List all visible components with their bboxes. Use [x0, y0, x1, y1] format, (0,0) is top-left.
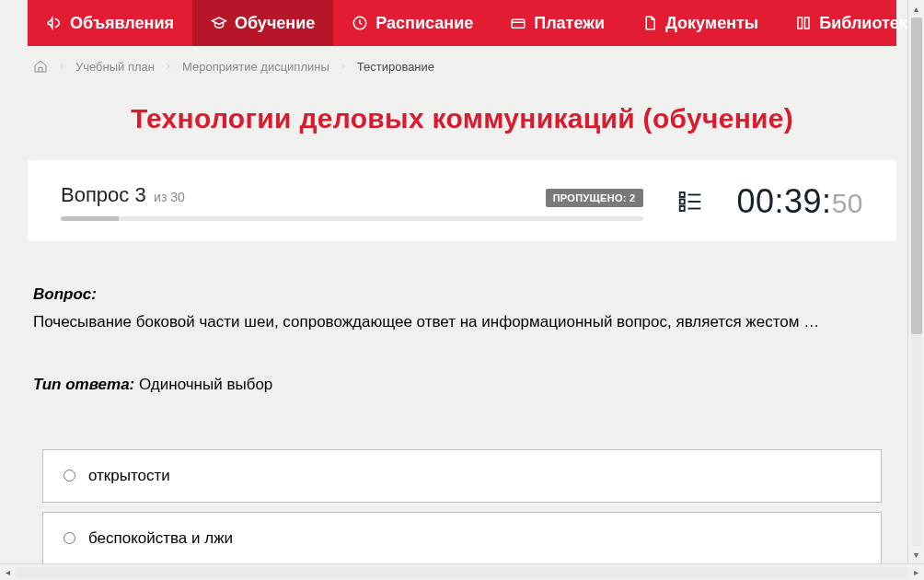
scroll-right-arrow-icon[interactable]: ▸: [910, 567, 922, 577]
nav-item-library[interactable]: Библиотека: [777, 0, 924, 46]
timer-main: 00:39:: [737, 182, 832, 220]
nav-label: Платежи: [534, 14, 605, 33]
option-radio[interactable]: [64, 470, 75, 481]
nav-item-payments[interactable]: Платежи: [491, 0, 623, 46]
nav-label: Объявления: [70, 14, 174, 33]
question-heading: Вопрос:: [33, 285, 891, 304]
clock-icon: [352, 15, 368, 31]
document-icon: [641, 15, 658, 31]
skipped-badge: ПРОПУЩЕНО: 2: [546, 189, 643, 207]
answer-type-label: Тип ответа:: [33, 376, 134, 393]
option-radio[interactable]: [64, 532, 75, 544]
svg-rect-3: [679, 200, 684, 204]
chevron-right-icon: [339, 62, 348, 71]
svg-rect-4: [679, 206, 684, 211]
library-icon: [795, 15, 812, 31]
progress-fill: [61, 216, 119, 221]
answer-type: Тип ответа: Одиночный выбор: [33, 376, 891, 394]
nav-item-schedule[interactable]: Расписание: [333, 0, 491, 46]
scroll-thumb[interactable]: [911, 17, 922, 334]
page-title: Технологии деловых коммуникаций (обучени…: [28, 103, 896, 134]
horizontal-scrollbar[interactable]: ◂ ▸: [0, 563, 924, 580]
status-card: Вопрос 3 из 30 ПРОПУЩЕНО: 2 00:39:50: [28, 160, 896, 241]
top-nav: Объявления Обучение Расписание Платежи: [28, 0, 896, 46]
option-label: беспокойства и лжи: [88, 529, 233, 548]
nav-item-education[interactable]: Обучение: [192, 0, 333, 46]
education-icon: [211, 15, 227, 31]
timer-seconds: 50: [832, 188, 863, 218]
progress-block: Вопрос 3 из 30 ПРОПУЩЕНО: 2: [61, 183, 643, 221]
option-label: открытости: [88, 467, 170, 485]
megaphone-icon: [46, 15, 63, 31]
chevron-right-icon: [57, 62, 66, 71]
question-block: Вопрос: Почесывание боковой части шеи, с…: [33, 285, 891, 563]
scroll-track[interactable]: [911, 17, 922, 546]
nav-item-documents[interactable]: Документы: [623, 0, 777, 46]
breadcrumb-link[interactable]: Мероприятие дисциплины: [182, 60, 329, 74]
vertical-scrollbar[interactable]: ▴ ▾: [907, 0, 924, 563]
breadcrumb-current: Тестирование: [357, 60, 434, 74]
question-total: из 30: [154, 190, 185, 204]
nav-label: Библиотека: [819, 14, 917, 33]
home-icon[interactable]: [33, 59, 48, 74]
scroll-left-arrow-icon[interactable]: ◂: [2, 567, 14, 577]
nav-item-announcements[interactable]: Объявления: [28, 0, 192, 46]
nav-label: Обучение: [235, 14, 315, 33]
option-item[interactable]: открытости: [42, 449, 882, 503]
question-list-button[interactable]: [671, 182, 710, 221]
scroll-down-arrow-icon[interactable]: ▾: [914, 548, 918, 562]
scroll-track[interactable]: [16, 567, 908, 578]
breadcrumb: Учебный план Мероприятие дисциплины Тест…: [28, 46, 896, 87]
progress-bar: [61, 216, 643, 221]
timer: 00:39:50: [737, 182, 863, 221]
answer-type-value: Одиночный выбор: [139, 376, 272, 393]
payment-icon: [510, 15, 526, 31]
breadcrumb-link[interactable]: Учебный план: [75, 60, 155, 74]
nav-label: Расписание: [375, 14, 473, 33]
scroll-up-arrow-icon[interactable]: ▴: [914, 2, 918, 16]
svg-rect-2: [679, 192, 684, 197]
question-number: Вопрос 3: [61, 183, 146, 206]
option-item[interactable]: беспокойства и лжи: [42, 512, 882, 563]
chevron-right-icon: [164, 62, 173, 71]
options-list: открытости беспокойства и лжи агрессии: [33, 449, 891, 563]
svg-rect-1: [512, 19, 525, 28]
nav-label: Документы: [665, 14, 758, 33]
question-text: Почесывание боковой части шеи, сопровожд…: [33, 311, 891, 333]
